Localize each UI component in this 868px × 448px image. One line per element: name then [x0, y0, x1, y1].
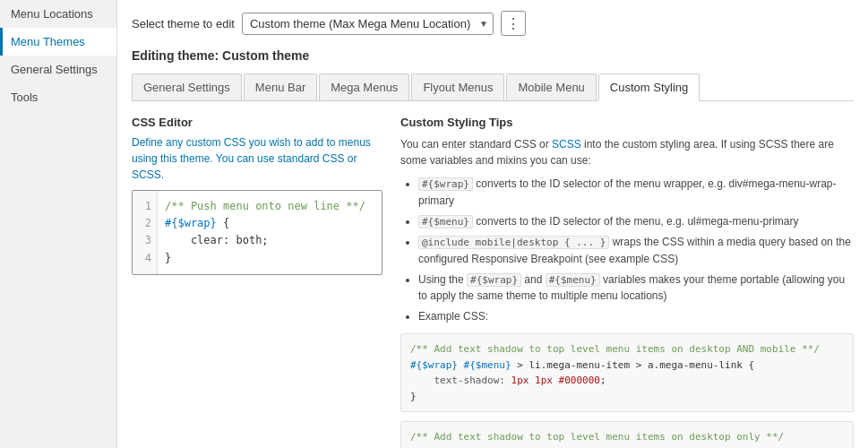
tip-code-wrap: #{$wrap} — [418, 177, 473, 191]
sidebar: Menu Locations Menu Themes General Setti… — [0, 0, 116, 448]
example-code-block-2: /** Add text shadow to top level menu it… — [400, 421, 854, 448]
tip-item-wrap: #{$wrap} converts to the ID selector of … — [418, 176, 854, 209]
tab-general-settings[interactable]: General Settings — [132, 73, 242, 100]
tip-code-menu2: #{$menu} — [546, 273, 600, 287]
css-code-editor[interactable]: 1 2 3 4 /** Push menu onto new line **/ … — [132, 190, 382, 275]
more-options-button[interactable]: ⋮ — [501, 11, 526, 36]
tab-content: CSS Editor Define any custom CSS you wis… — [132, 116, 854, 448]
select-theme-label: Select theme to edit — [132, 17, 235, 30]
css-editor-title: CSS Editor — [132, 116, 382, 129]
tip-item-portable: Using the #{$wrap} and #{$menu} variable… — [418, 271, 854, 305]
sidebar-item-tools[interactable]: Tools — [0, 83, 116, 111]
tab-menu-bar[interactable]: Menu Bar — [244, 73, 317, 100]
tip-item-include: @include mobile|desktop { ... } wraps th… — [418, 234, 854, 267]
tab-bar: General Settings Menu Bar Mega Menus Fly… — [132, 73, 854, 101]
tip-item-example-label: Example CSS: — [418, 308, 854, 324]
tab-mega-menus[interactable]: Mega Menus — [319, 73, 409, 100]
tips-intro: You can enter standard CSS or SCSS into … — [400, 136, 854, 168]
tab-custom-styling[interactable]: Custom Styling — [598, 73, 700, 101]
tip-code-wrap2: #{$wrap} — [467, 273, 521, 287]
editing-title: Editing theme: Custom theme — [132, 48, 854, 63]
tip-code-include: @include mobile|desktop { ... } — [418, 236, 609, 249]
tips-title: Custom Styling Tips — [400, 116, 854, 129]
main-content: Select theme to edit Custom theme (Max M… — [116, 0, 868, 448]
css-editor-section: CSS Editor Define any custom CSS you wis… — [132, 116, 400, 448]
tips-section: Custom Styling Tips You can enter standa… — [400, 116, 854, 448]
scss-link[interactable]: SCSS — [552, 138, 581, 151]
tip-code-menu: #{$menu} — [418, 215, 473, 228]
tips-list: #{$wrap} converts to the ID selector of … — [400, 176, 854, 324]
css-editor-description: Define any custom CSS you wish to add to… — [132, 134, 382, 183]
line-numbers: 1 2 3 4 — [133, 191, 158, 274]
theme-select-row: Select theme to edit Custom theme (Max M… — [132, 11, 854, 36]
sidebar-item-menu-themes[interactable]: Menu Themes — [0, 28, 116, 56]
tip-item-menu: #{$menu} converts to the ID selector of … — [418, 213, 854, 230]
tab-mobile-menu[interactable]: Mobile Menu — [506, 73, 596, 100]
example-code-block-1: /** Add text shadow to top level menu it… — [400, 333, 854, 412]
code-content[interactable]: /** Push menu onto new line **/ #{$wrap}… — [158, 191, 382, 274]
theme-select-wrap: Custom theme (Max Mega Menu Location) ▼ — [242, 13, 494, 35]
sidebar-item-menu-locations[interactable]: Menu Locations — [0, 0, 116, 28]
theme-select[interactable]: Custom theme (Max Mega Menu Location) — [242, 13, 494, 35]
tab-flyout-menus[interactable]: Flyout Menus — [411, 73, 504, 100]
sidebar-item-general-settings[interactable]: General Settings — [0, 56, 116, 83]
